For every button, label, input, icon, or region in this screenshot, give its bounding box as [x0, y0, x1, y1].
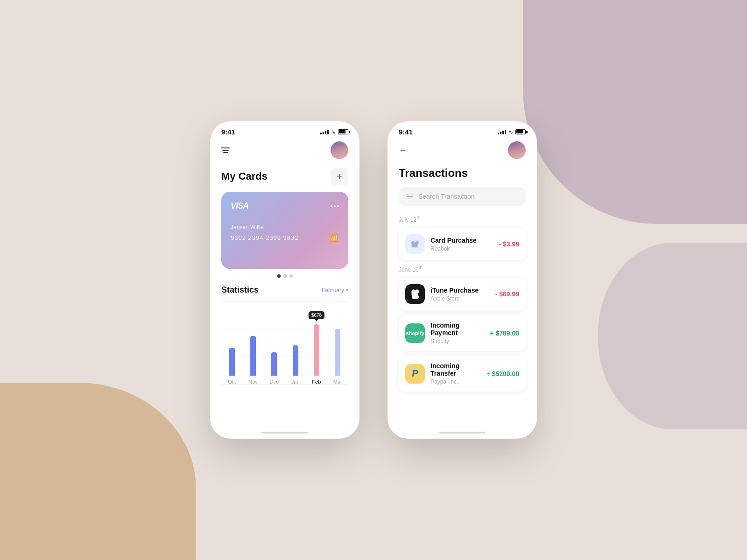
- bar-oct: [229, 348, 235, 376]
- txn-name-shopify: Incoming Payment: [430, 322, 484, 336]
- txn-info-paypal: Incoming Transfer Paypal Inc..: [430, 362, 481, 385]
- txn-amount-paypal: + $5200.00: [486, 370, 519, 378]
- bar-mar: [335, 329, 340, 376]
- phone-transactions: 9:41 ∿ ← Transactions: [388, 121, 537, 439]
- signal-bar-1: [320, 133, 322, 134]
- bg-shape-center-right: [598, 243, 747, 429]
- txn-name-paypal: Incoming Transfer: [430, 362, 481, 377]
- transaction-item-itunes[interactable]: iTune Purchase Apple Store - $69.99: [399, 278, 526, 310]
- card-wrapper: VISA Jensen Willie 9302 2394 2399 9832 📶: [221, 192, 348, 269]
- chart-label-mar: Mar: [327, 379, 348, 385]
- bar-group-dec: [264, 301, 285, 376]
- signal-bar-2-4: [505, 130, 506, 134]
- card-holder-name: Jensen Willie: [231, 224, 339, 231]
- search-filter-icon: [406, 195, 414, 199]
- txn-info-itunes: iTune Purchase Apple Store: [430, 287, 490, 302]
- chart-label-jan: Jan: [285, 379, 306, 385]
- shirt-icon: [410, 239, 420, 249]
- phone-bottom-bar-1: [210, 428, 359, 439]
- txn-name-itunes: iTune Purchase: [430, 287, 490, 294]
- bg-shape-bottom-left: [0, 383, 196, 560]
- back-button[interactable]: ←: [399, 146, 407, 155]
- card-dot-1: [331, 205, 332, 207]
- transaction-item-shopify[interactable]: shopify Incoming Payment Shopify + $789.…: [399, 315, 526, 351]
- selected-month: February: [322, 287, 344, 294]
- apple-icon: [410, 289, 420, 299]
- status-bar-1: 9:41 ∿: [210, 121, 359, 140]
- search-filter-line-3: [408, 198, 412, 199]
- add-card-button[interactable]: +: [331, 168, 348, 185]
- wifi-icon-1: ∿: [331, 129, 336, 135]
- phone1-header: [210, 140, 359, 164]
- chart-label-dec: Dec: [264, 379, 285, 385]
- my-cards-title: My Cards: [221, 170, 268, 182]
- credit-card[interactable]: VISA Jensen Willie 9302 2394 2399 9832 📶: [221, 192, 348, 269]
- txn-info-reebok: Card Purcahse Reebok: [430, 237, 493, 252]
- transaction-item-paypal[interactable]: P Incoming Transfer Paypal Inc.. + $5200…: [399, 356, 526, 392]
- status-bar-2: 9:41 ∿: [388, 121, 537, 140]
- indicator-dot-2[interactable]: [283, 274, 287, 278]
- card-dot-2: [334, 205, 336, 207]
- signal-bar-2-1: [498, 133, 499, 134]
- battery-icon-2: [515, 129, 526, 134]
- txn-sub-paypal: Paypal Inc..: [430, 378, 481, 385]
- txn-icon-apple: [405, 284, 425, 304]
- card-number: 9302 2394 2399 9832: [231, 234, 299, 241]
- card-number-row: 9302 2394 2399 9832 📶: [231, 233, 339, 242]
- indicator-dot-1[interactable]: [277, 274, 281, 278]
- avatar-2[interactable]: [508, 141, 526, 159]
- month-selector[interactable]: February ▾: [322, 287, 348, 294]
- bar-dec: [271, 352, 277, 376]
- card-menu-dots[interactable]: [331, 205, 339, 207]
- txn-sub-reebok: Reebok: [430, 245, 493, 252]
- txn-icon-shopify: shopify: [405, 323, 425, 343]
- bar-group-feb: $678: [306, 301, 327, 376]
- home-indicator-2: [439, 432, 486, 434]
- indicator-dot-3[interactable]: [289, 274, 293, 278]
- transaction-item-reebok[interactable]: Card Purcahse Reebok - $3.99: [399, 228, 526, 260]
- card-header-row: VISA: [231, 201, 339, 211]
- signal-bar-4: [327, 130, 329, 134]
- visa-logo: VISA: [231, 201, 248, 211]
- filter-line-3: [223, 152, 228, 153]
- status-time-1: 9:41: [221, 128, 235, 136]
- signal-bars-2: [498, 130, 506, 134]
- bar-group-jan: [285, 301, 306, 376]
- signal-bar-2: [323, 132, 324, 134]
- search-filter-line-1: [406, 195, 414, 196]
- txn-amount-reebok: - $3.99: [499, 240, 519, 248]
- txn-amount-shopify: + $789.00: [490, 329, 519, 337]
- signal-bar-2-2: [500, 132, 501, 134]
- phone-my-cards: 9:41 ∿: [210, 121, 359, 439]
- home-indicator-1: [261, 432, 308, 434]
- phone-bottom-bar-2: [388, 428, 537, 439]
- signal-bar-2-3: [502, 131, 504, 134]
- stats-header: Statistics February ▾: [221, 285, 348, 295]
- avatar-1[interactable]: [331, 141, 348, 159]
- statistics-section: Statistics February ▾: [210, 281, 359, 428]
- chart-labels: Oct Nov Dec Jan Feb Mar: [221, 376, 348, 385]
- battery-fill-1: [339, 130, 345, 133]
- battery-icon-1: [338, 129, 348, 134]
- chart-label-feb: Feb: [306, 379, 327, 385]
- filter-line-2: [222, 150, 229, 151]
- bar-group-mar: [327, 301, 348, 376]
- search-bar[interactable]: Search Transaction: [399, 187, 526, 206]
- nfc-icon: 📶: [329, 233, 339, 242]
- bar-group-oct: [221, 301, 242, 376]
- date-label-july: July 12th: [399, 215, 526, 223]
- card-dot-3: [337, 205, 339, 207]
- status-icons-1: ∿: [320, 129, 348, 135]
- signal-bars-1: [320, 130, 329, 134]
- battery-fill-2: [516, 130, 523, 133]
- bar-chart: $678: [221, 301, 348, 376]
- txn-icon-reebok: [405, 234, 425, 254]
- date-label-june: June 10th: [399, 265, 526, 273]
- txn-icon-paypal: P: [405, 364, 425, 384]
- txn-sub-itunes: Apple Store: [430, 295, 490, 302]
- filter-icon[interactable]: [221, 147, 230, 153]
- chart-label-nov: Nov: [242, 379, 263, 385]
- transactions-title: Transactions: [388, 164, 537, 187]
- txn-info-shopify: Incoming Payment Shopify: [430, 322, 484, 344]
- avatar-inner-2: [508, 141, 526, 159]
